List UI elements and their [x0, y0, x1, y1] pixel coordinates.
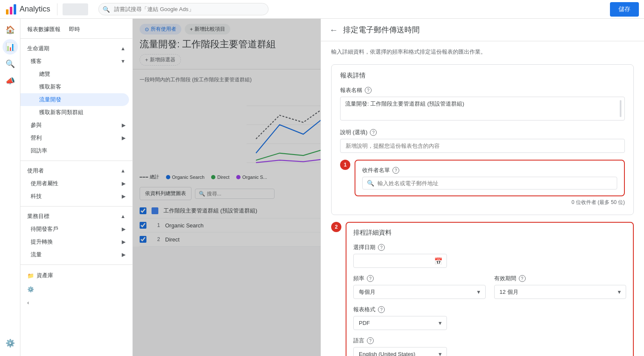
panel-title: 排定電子郵件傳送時間: [343, 25, 420, 35]
schedule-section: 排程詳細資料 選擇日期 ? 2024/9/24 📅: [346, 222, 634, 356]
sidebar-item-acquisition[interactable]: 獲客 ▼: [20, 55, 132, 68]
report-name-label-text: 報表名稱: [340, 86, 362, 94]
format-select-wrap: PDF CSV Excel ▼: [353, 316, 447, 330]
sidebar-item-traffic[interactable]: 流量開發: [20, 93, 129, 106]
sidebar-item-overview-label: 總覽: [39, 70, 50, 78]
reports-icon[interactable]: 📊: [3, 39, 18, 55]
report-name-help-icon[interactable]: ?: [365, 87, 372, 94]
users-expand-icon: ▲: [120, 168, 126, 174]
acquisition-expand-icon: ▼: [120, 58, 126, 64]
report-name-label: 報表名稱 ?: [340, 86, 625, 94]
recipients-label-text: 收件者名單: [362, 167, 390, 174]
app-logo: Analytics: [5, 3, 50, 15]
date-label-text: 選擇日期: [353, 244, 375, 251]
report-name-group: 報表名稱 ? 流量開發: 工作階段主要管道群組 (預設管道群組): [340, 86, 625, 122]
sidebar-item-new-users[interactable]: 獲取新客: [20, 80, 129, 93]
sidebar-top-links: 報表數據匯報 即時: [20, 22, 132, 39]
description-input[interactable]: [340, 139, 625, 153]
sidebar-item-reports-summary[interactable]: 報表數據匯報: [27, 24, 60, 35]
sidebar-item-retention-label: 回訪率: [31, 147, 47, 155]
sidebar-item-user-attributes-label: 使用者屬性: [31, 180, 58, 187]
panel-back-button[interactable]: ←: [329, 25, 338, 35]
explore-icon[interactable]: 🔍: [3, 56, 18, 72]
sidebar-item-settings[interactable]: ⚙️: [20, 283, 132, 296]
svg-rect-0: [6, 9, 9, 14]
topbar: Analytics 🔍 儲存: [0, 0, 644, 19]
sidebar-item-traffic-goal[interactable]: 流量 ▶: [20, 248, 132, 261]
frequency-label-text: 頻率: [353, 275, 364, 282]
schedule-title-row: 排程詳細資料: [353, 229, 626, 237]
sidebar-section-business-header[interactable]: 業務目標 ▲: [20, 210, 132, 223]
report-name-input[interactable]: [340, 97, 625, 121]
svg-rect-2: [14, 4, 16, 14]
description-help-icon[interactable]: ?: [370, 129, 377, 136]
schedule-row: 2 排程詳細資料 選擇日期 ?: [331, 222, 634, 356]
date-help-icon[interactable]: ?: [378, 244, 385, 251]
sidebar-item-monetization[interactable]: 營利 ▶: [20, 132, 132, 144]
description-label-text: 說明 (選填): [340, 129, 367, 136]
app-layout: 🏠 📊 🔍 📣 ⚙️ 報表數據匯報 即時 生命週期 ▲ 獲客 ▼ 總覽: [0, 0, 644, 356]
language-select[interactable]: English (United States) 中文 (繁體): [353, 347, 447, 356]
validity-help-icon[interactable]: ?: [519, 275, 526, 282]
recipients-help-icon[interactable]: ?: [392, 167, 399, 174]
save-button[interactable]: 儲存: [610, 2, 639, 17]
sidebar-item-conversion[interactable]: 提升轉換 ▶: [20, 235, 132, 248]
sidebar-item-cohort[interactable]: 獲取新客同類群組: [20, 106, 129, 119]
recipients-row: 1 收件者名單 ? 🔍: [340, 160, 625, 206]
sidebar-item-conversion-label: 提升轉換: [31, 238, 53, 246]
sidebar-item-retention[interactable]: 回訪率: [20, 144, 129, 157]
frequency-help-icon[interactable]: ?: [367, 275, 374, 282]
traffic-expand-icon: ▶: [122, 252, 126, 258]
step1-badge: 1: [340, 160, 350, 170]
format-help-icon[interactable]: ?: [378, 306, 385, 313]
leads-expand-icon: ▶: [122, 226, 126, 232]
sidebar-section-users-header[interactable]: 使用者 ▲: [20, 164, 132, 177]
validity-col: 有效期間 ? 12 個月 6 個月 3 個月: [494, 275, 627, 299]
sidebar-item-engagement[interactable]: 參與 ▶: [20, 119, 132, 132]
validity-select[interactable]: 12 個月 6 個月 3 個月: [494, 285, 627, 299]
sidebar-item-leads[interactable]: 待開發客戶 ▶: [20, 223, 132, 235]
frequency-select[interactable]: 每個月 每週 每日: [353, 285, 486, 299]
chevron-left-icon: ‹: [27, 299, 29, 306]
monetization-expand-icon: ▶: [122, 135, 126, 141]
gear-icon: ⚙️: [27, 286, 34, 293]
conversion-expand-icon: ▶: [122, 239, 126, 245]
property-selector[interactable]: [57, 3, 88, 15]
panel-description: 輸入詳細資料，依選擇的頻率和格式排定這份報表的匯出作業。: [331, 48, 634, 56]
sidebar-item-overview[interactable]: 總覽: [20, 68, 129, 80]
sidebar-item-monetization-label: 營利: [31, 134, 42, 142]
frequency-select-wrap: 每個月 每週 每日 ▼: [353, 285, 486, 299]
sidebar-item-tech-label: 科技: [31, 192, 42, 200]
sidebar-section-lifecycle: 生命週期 ▲ 獲客 ▼ 總覽 獲取新客 流量開發 獲取新客同類群組 參與: [20, 42, 132, 157]
report-details-title: 報表詳情: [340, 72, 625, 80]
engagement-expand-icon: ▶: [122, 122, 126, 128]
sidebar-item-realtime[interactable]: 即時: [69, 24, 80, 35]
format-select[interactable]: PDF CSV Excel: [353, 316, 447, 330]
frequency-col: 頻率 ? 每個月 每週 每日: [353, 275, 486, 299]
search-icon: 🔍: [103, 6, 110, 13]
user-attr-expand-icon: ▶: [122, 181, 126, 187]
sidebar-item-leads-label: 待開發客戶: [31, 225, 58, 233]
validity-label-text: 有效期間: [494, 275, 516, 282]
sidebar-section-lifecycle-label: 生命週期: [27, 45, 49, 52]
property-image: [63, 3, 88, 15]
format-label-text: 報表格式: [353, 306, 375, 313]
settings-icon[interactable]: ⚙️: [3, 336, 18, 351]
language-group: 語言 ? English (United States) 中文 (繁體) ▼: [353, 337, 626, 356]
recipients-input[interactable]: [378, 180, 613, 187]
date-input[interactable]: 2024/9/24: [353, 254, 447, 268]
sidebar-item-tech[interactable]: 科技 ▶: [20, 190, 132, 203]
sidebar-item-library[interactable]: 📁 資產庫: [20, 268, 132, 283]
advertising-icon[interactable]: 📣: [3, 73, 18, 89]
language-help-icon[interactable]: ?: [367, 337, 374, 344]
sidebar-item-user-attributes[interactable]: 使用者屬性 ▶: [20, 177, 132, 190]
sidebar: 報表數據匯報 即時 生命週期 ▲ 獲客 ▼ 總覽 獲取新客 流量開發: [20, 19, 133, 356]
top-search-input[interactable]: [98, 3, 269, 15]
sidebar-collapse[interactable]: ‹: [20, 296, 132, 309]
icon-rail: 🏠 📊 🔍 📣 ⚙️: [0, 19, 20, 356]
sidebar-item-cohort-label: 獲取新客同類群組: [39, 109, 83, 116]
home-icon[interactable]: 🏠: [3, 22, 18, 37]
schedule-title: 排程詳細資料: [353, 229, 392, 237]
sidebar-section-lifecycle-header[interactable]: 生命週期 ▲: [20, 42, 132, 55]
sidebar-item-new-users-label: 獲取新客: [39, 83, 61, 91]
